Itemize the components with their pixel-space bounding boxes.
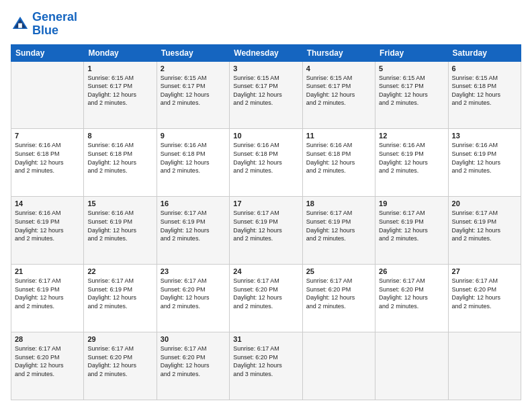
day-info: Sunrise: 6:17 AM Sunset: 6:19 PM Dayligh…	[161, 209, 226, 242]
calendar-cell: 29Sunrise: 6:17 AM Sunset: 6:20 PM Dayli…	[84, 332, 157, 400]
day-info: Sunrise: 6:15 AM Sunset: 6:17 PM Dayligh…	[161, 74, 226, 107]
day-info: Sunrise: 6:17 AM Sunset: 6:19 PM Dayligh…	[87, 277, 152, 310]
calendar-cell: 17Sunrise: 6:17 AM Sunset: 6:19 PM Dayli…	[230, 197, 302, 265]
day-number: 11	[306, 132, 371, 140]
day-info: Sunrise: 6:17 AM Sunset: 6:20 PM Dayligh…	[452, 277, 517, 310]
day-number: 27	[452, 267, 517, 275]
calendar-cell: 20Sunrise: 6:17 AM Sunset: 6:19 PM Dayli…	[448, 197, 521, 265]
day-info: Sunrise: 6:16 AM Sunset: 6:18 PM Dayligh…	[87, 141, 152, 175]
day-header-saturday: Saturday	[448, 44, 521, 61]
day-info: Sunrise: 6:15 AM Sunset: 6:17 PM Dayligh…	[306, 74, 371, 107]
logo-text: General Blue	[32, 11, 77, 38]
day-info: Sunrise: 6:17 AM Sunset: 6:20 PM Dayligh…	[87, 345, 152, 378]
day-info: Sunrise: 6:15 AM Sunset: 6:17 PM Dayligh…	[233, 74, 298, 107]
day-info: Sunrise: 6:16 AM Sunset: 6:19 PM Dayligh…	[452, 141, 517, 175]
day-number: 25	[306, 267, 371, 275]
day-info: Sunrise: 6:17 AM Sunset: 6:20 PM Dayligh…	[161, 277, 226, 310]
calendar-cell: 31Sunrise: 6:17 AM Sunset: 6:20 PM Dayli…	[230, 332, 302, 400]
calendar-cell: 27Sunrise: 6:17 AM Sunset: 6:20 PM Dayli…	[448, 265, 521, 332]
day-number: 19	[379, 199, 444, 208]
day-header-sunday: Sunday	[11, 44, 84, 61]
calendar-cell	[11, 61, 84, 129]
day-info: Sunrise: 6:16 AM Sunset: 6:18 PM Dayligh…	[161, 141, 226, 175]
calendar-cell: 14Sunrise: 6:16 AM Sunset: 6:19 PM Dayli…	[11, 197, 84, 265]
day-header-tuesday: Tuesday	[157, 44, 229, 61]
day-info: Sunrise: 6:17 AM Sunset: 6:20 PM Dayligh…	[233, 345, 298, 378]
calendar-cell: 1Sunrise: 6:15 AM Sunset: 6:17 PM Daylig…	[84, 61, 157, 129]
calendar-cell: 10Sunrise: 6:16 AM Sunset: 6:18 PM Dayli…	[230, 129, 302, 197]
week-row-2: 14Sunrise: 6:16 AM Sunset: 6:19 PM Dayli…	[11, 197, 521, 265]
calendar-cell: 6Sunrise: 6:15 AM Sunset: 6:18 PM Daylig…	[448, 61, 521, 129]
day-number: 18	[306, 199, 371, 208]
day-info: Sunrise: 6:17 AM Sunset: 6:20 PM Dayligh…	[306, 277, 371, 310]
day-number: 9	[161, 132, 226, 140]
day-number: 13	[452, 132, 517, 140]
day-header-friday: Friday	[375, 44, 448, 61]
calendar-cell: 5Sunrise: 6:15 AM Sunset: 6:17 PM Daylig…	[375, 61, 448, 129]
calendar-cell: 30Sunrise: 6:17 AM Sunset: 6:20 PM Dayli…	[157, 332, 229, 400]
calendar-cell: 19Sunrise: 6:17 AM Sunset: 6:19 PM Dayli…	[375, 197, 448, 265]
day-header-wednesday: Wednesday	[230, 44, 302, 61]
day-number: 29	[87, 335, 152, 343]
day-number: 23	[161, 267, 226, 275]
calendar-cell: 8Sunrise: 6:16 AM Sunset: 6:18 PM Daylig…	[84, 129, 157, 197]
calendar-cell: 9Sunrise: 6:16 AM Sunset: 6:18 PM Daylig…	[157, 129, 229, 197]
calendar-cell	[448, 332, 521, 400]
calendar-table: SundayMondayTuesdayWednesdayThursdayFrid…	[11, 44, 521, 400]
day-info: Sunrise: 6:17 AM Sunset: 6:20 PM Dayligh…	[233, 277, 298, 310]
day-info: Sunrise: 6:15 AM Sunset: 6:18 PM Dayligh…	[452, 74, 517, 107]
day-number: 14	[15, 199, 80, 208]
calendar-cell: 26Sunrise: 6:17 AM Sunset: 6:20 PM Dayli…	[375, 265, 448, 332]
calendar-cell: 16Sunrise: 6:17 AM Sunset: 6:19 PM Dayli…	[157, 197, 229, 265]
week-row-0: 1Sunrise: 6:15 AM Sunset: 6:17 PM Daylig…	[11, 61, 521, 129]
day-number: 10	[233, 132, 298, 140]
day-number: 20	[452, 199, 517, 208]
day-number: 12	[379, 132, 444, 140]
calendar-cell: 3Sunrise: 6:15 AM Sunset: 6:17 PM Daylig…	[230, 61, 302, 129]
day-number: 30	[161, 335, 226, 343]
calendar-cell: 7Sunrise: 6:16 AM Sunset: 6:18 PM Daylig…	[11, 129, 84, 197]
calendar-cell: 4Sunrise: 6:15 AM Sunset: 6:17 PM Daylig…	[302, 61, 375, 129]
day-number: 17	[233, 199, 298, 208]
day-info: Sunrise: 6:17 AM Sunset: 6:19 PM Dayligh…	[15, 277, 80, 310]
logo-icon	[11, 15, 30, 34]
calendar-cell: 13Sunrise: 6:16 AM Sunset: 6:19 PM Dayli…	[448, 129, 521, 197]
day-number: 8	[87, 132, 152, 140]
calendar-cell: 2Sunrise: 6:15 AM Sunset: 6:17 PM Daylig…	[157, 61, 229, 129]
day-info: Sunrise: 6:17 AM Sunset: 6:20 PM Dayligh…	[379, 277, 444, 310]
day-info: Sunrise: 6:17 AM Sunset: 6:19 PM Dayligh…	[306, 209, 371, 242]
header: General Blue	[11, 11, 521, 38]
day-number: 28	[15, 335, 80, 343]
day-number: 4	[306, 64, 371, 73]
day-number: 31	[233, 335, 298, 343]
calendar-cell: 25Sunrise: 6:17 AM Sunset: 6:20 PM Dayli…	[302, 265, 375, 332]
day-header-thursday: Thursday	[302, 44, 375, 61]
day-info: Sunrise: 6:17 AM Sunset: 6:20 PM Dayligh…	[161, 345, 226, 378]
day-header-monday: Monday	[84, 44, 157, 61]
day-info: Sunrise: 6:17 AM Sunset: 6:19 PM Dayligh…	[233, 209, 298, 242]
week-row-1: 7Sunrise: 6:16 AM Sunset: 6:18 PM Daylig…	[11, 129, 521, 197]
calendar-cell: 21Sunrise: 6:17 AM Sunset: 6:19 PM Dayli…	[11, 265, 84, 332]
day-number: 16	[161, 199, 226, 208]
calendar-cell: 11Sunrise: 6:16 AM Sunset: 6:18 PM Dayli…	[302, 129, 375, 197]
calendar-cell: 23Sunrise: 6:17 AM Sunset: 6:20 PM Dayli…	[157, 265, 229, 332]
day-info: Sunrise: 6:16 AM Sunset: 6:19 PM Dayligh…	[87, 209, 152, 242]
calendar-cell	[375, 332, 448, 400]
calendar-cell	[302, 332, 375, 400]
day-number: 15	[87, 199, 152, 208]
calendar-cell: 28Sunrise: 6:17 AM Sunset: 6:20 PM Dayli…	[11, 332, 84, 400]
day-info: Sunrise: 6:16 AM Sunset: 6:18 PM Dayligh…	[306, 141, 371, 175]
day-info: Sunrise: 6:16 AM Sunset: 6:19 PM Dayligh…	[379, 141, 444, 175]
day-info: Sunrise: 6:17 AM Sunset: 6:19 PM Dayligh…	[452, 209, 517, 242]
day-number: 21	[15, 267, 80, 275]
day-info: Sunrise: 6:16 AM Sunset: 6:18 PM Dayligh…	[233, 141, 298, 175]
calendar-cell: 24Sunrise: 6:17 AM Sunset: 6:20 PM Dayli…	[230, 265, 302, 332]
day-info: Sunrise: 6:17 AM Sunset: 6:20 PM Dayligh…	[15, 345, 80, 378]
day-number: 1	[87, 64, 152, 73]
calendar-cell: 22Sunrise: 6:17 AM Sunset: 6:19 PM Dayli…	[84, 265, 157, 332]
day-info: Sunrise: 6:17 AM Sunset: 6:19 PM Dayligh…	[379, 209, 444, 242]
header-row: SundayMondayTuesdayWednesdayThursdayFrid…	[11, 44, 521, 61]
svg-rect-2	[18, 23, 22, 28]
week-row-4: 28Sunrise: 6:17 AM Sunset: 6:20 PM Dayli…	[11, 332, 521, 400]
calendar-cell: 18Sunrise: 6:17 AM Sunset: 6:19 PM Dayli…	[302, 197, 375, 265]
